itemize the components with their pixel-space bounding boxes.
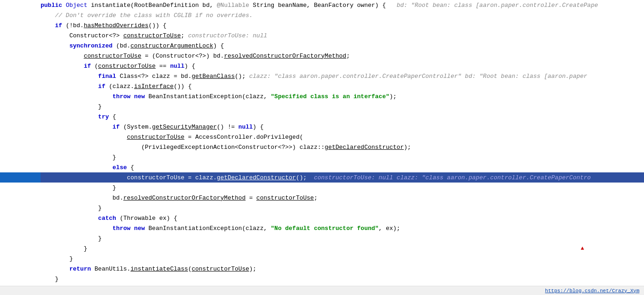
gutter-marker xyxy=(0,132,10,142)
gutter-marker xyxy=(20,51,30,61)
code-line: return BeanUtils.instantiateClass(constr… xyxy=(0,264,644,274)
gutter-marker xyxy=(10,274,20,284)
gutter-marker xyxy=(10,61,20,71)
gutter-marker xyxy=(10,193,20,203)
gutter-marker xyxy=(20,172,30,183)
line-gutter xyxy=(0,10,41,20)
line-content: if (!bd.hasMethodOverrides()) { xyxy=(41,22,166,29)
gutter-marker xyxy=(10,203,20,213)
gutter-marker xyxy=(0,213,10,223)
line-gutter xyxy=(0,132,41,142)
line-gutter xyxy=(0,254,41,264)
line-gutter xyxy=(0,0,41,10)
gutter-marker xyxy=(10,81,20,91)
line-content: bd.resolvedConstructorOrFactoryMethod = … xyxy=(41,195,318,201)
line-gutter xyxy=(0,162,41,172)
code-line: (PrivilegedExceptionAction<Constructor<?… xyxy=(0,142,644,152)
gutter-marker xyxy=(30,112,41,122)
line-content: // Don't override the class with CGLIB i… xyxy=(41,12,253,19)
gutter-marker xyxy=(0,193,10,203)
gutter-marker xyxy=(20,142,30,152)
code-line: try { xyxy=(0,112,644,122)
gutter-marker xyxy=(10,10,20,20)
gutter-marker xyxy=(0,81,10,91)
code-line: }▲ xyxy=(0,243,644,254)
status-url[interactable]: https://blog.csdn.net/Crazy_Xym xyxy=(545,288,639,294)
gutter-marker xyxy=(20,0,30,10)
line-gutter xyxy=(0,91,41,101)
gutter-marker xyxy=(10,41,20,51)
gutter-marker xyxy=(10,0,20,10)
gutter-marker xyxy=(0,30,10,41)
gutter-marker xyxy=(0,162,10,172)
line-gutter xyxy=(0,233,41,243)
gutter-marker xyxy=(20,30,30,41)
line-content: } xyxy=(41,276,59,283)
line-gutter xyxy=(0,51,41,61)
gutter-marker xyxy=(20,193,30,203)
code-line: } xyxy=(0,203,644,213)
gutter-marker xyxy=(20,213,30,223)
gutter-marker xyxy=(20,264,30,274)
gutter-marker xyxy=(10,71,20,81)
gutter-marker xyxy=(10,20,20,30)
gutter-marker xyxy=(0,112,10,122)
gutter-marker xyxy=(20,152,30,162)
gutter-marker xyxy=(20,10,30,20)
gutter-marker xyxy=(30,41,41,51)
line-content: constructorToUse = AccessController.doPr… xyxy=(41,134,303,141)
gutter-marker xyxy=(10,264,20,274)
gutter-marker xyxy=(20,101,30,112)
gutter-marker xyxy=(30,152,41,162)
gutter-marker xyxy=(10,91,20,101)
gutter-marker xyxy=(0,254,10,264)
gutter-marker xyxy=(20,183,30,193)
line-content: } xyxy=(41,154,116,161)
gutter-marker xyxy=(30,10,41,20)
status-bar: https://blog.csdn.net/Crazy_Xym xyxy=(0,286,644,295)
gutter-marker xyxy=(10,101,20,112)
gutter-marker xyxy=(0,0,10,10)
gutter-marker xyxy=(10,51,20,61)
gutter-marker xyxy=(0,101,10,112)
gutter-marker xyxy=(20,112,30,122)
gutter-marker xyxy=(20,71,30,81)
line-gutter xyxy=(0,203,41,213)
gutter-marker xyxy=(30,274,41,284)
gutter-marker xyxy=(10,213,20,223)
gutter-marker xyxy=(30,0,41,10)
gutter-marker xyxy=(20,41,30,51)
gutter-marker xyxy=(30,223,41,233)
gutter-marker xyxy=(30,51,41,61)
gutter-marker xyxy=(10,233,20,243)
line-gutter xyxy=(0,152,41,162)
gutter-marker xyxy=(0,223,10,233)
gutter-marker xyxy=(20,91,30,101)
gutter-marker xyxy=(0,243,10,254)
line-content: catch (Throwable ex) { xyxy=(41,215,177,222)
gutter-marker xyxy=(10,172,20,183)
gutter-marker xyxy=(0,172,10,183)
gutter-marker xyxy=(0,122,10,132)
gutter-marker xyxy=(10,112,20,122)
gutter-marker xyxy=(20,254,30,264)
code-editor: public Object instantiate(RootBeanDefini… xyxy=(0,0,644,295)
gutter-marker xyxy=(30,254,41,264)
gutter-marker xyxy=(30,81,41,91)
gutter-marker xyxy=(0,41,10,51)
gutter-marker xyxy=(30,193,41,203)
gutter-marker xyxy=(30,20,41,30)
code-line: public Object instantiate(RootBeanDefini… xyxy=(0,0,644,10)
gutter-marker xyxy=(30,213,41,223)
line-gutter xyxy=(0,30,41,41)
gutter-marker xyxy=(20,81,30,91)
line-content: Constructor<?> constructorToUse; constru… xyxy=(41,32,267,39)
gutter-marker xyxy=(10,162,20,172)
gutter-marker xyxy=(30,61,41,71)
line-content: } xyxy=(41,103,102,110)
line-content: try { xyxy=(41,113,116,120)
gutter-marker xyxy=(0,264,10,274)
code-line: final Class<?> clazz = bd.getBeanClass()… xyxy=(0,71,644,81)
code-line: throw new BeanInstantiationException(cla… xyxy=(0,91,644,101)
line-gutter xyxy=(0,71,41,81)
